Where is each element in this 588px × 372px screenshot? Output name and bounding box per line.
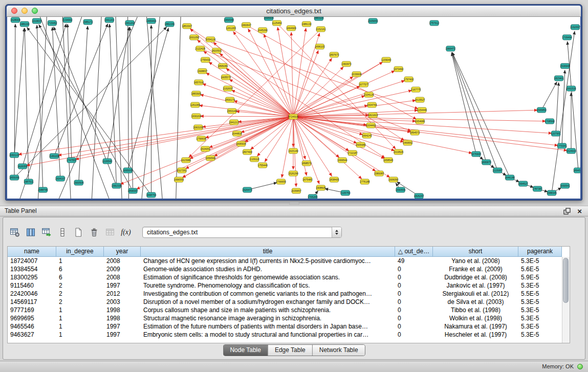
network-node[interactable]: 1883905: [191, 91, 202, 96]
network-node[interactable]: 1658545: [383, 158, 394, 163]
zoom-window-button[interactable]: [32, 8, 38, 14]
network-node[interactable]: 1664243: [362, 133, 372, 138]
network-node[interactable]: 1595850: [536, 107, 547, 113]
network-node[interactable]: 2226540: [102, 159, 113, 164]
network-node[interactable]: 1668754: [146, 192, 157, 198]
network-node[interactable]: 2152161: [316, 27, 326, 32]
network-node[interactable]: 1930204: [191, 114, 202, 119]
network-node[interactable]: 2060143: [9, 152, 19, 158]
table-row[interactable]: 977716911998Corpus callosum shape and si…: [8, 306, 562, 314]
network-node[interactable]: 1755430: [201, 57, 211, 62]
table-row[interactable]: 1872400712008Changes of HCN gene express…: [8, 257, 562, 265]
network-node[interactable]: 2192697: [223, 86, 233, 91]
network-node[interactable]: 1858397: [128, 188, 138, 193]
network-node[interactable]: 2109118: [250, 157, 259, 162]
network-view-canvas[interactable]: 8724916185330720010562122428175543019088…: [7, 17, 580, 199]
minimize-window-button[interactable]: [21, 8, 28, 14]
network-node[interactable]: 1894572: [410, 130, 420, 135]
network-node[interactable]: 1690556: [396, 187, 406, 192]
network-node[interactable]: 1677577: [359, 82, 369, 87]
network-node[interactable]: 1966472: [446, 46, 456, 51]
network-node[interactable]: 1820501: [212, 48, 222, 53]
network-node[interactable]: 1766659: [276, 179, 286, 184]
network-node[interactable]: 1626359: [17, 164, 28, 169]
network-node[interactable]: 1624934: [566, 148, 576, 154]
network-node[interactable]: 1797400: [404, 77, 414, 82]
function-builder-button[interactable]: f(x): [119, 226, 133, 239]
network-node[interactable]: 1747553: [67, 158, 77, 163]
network-node[interactable]: 2115087: [493, 168, 503, 173]
network-node[interactable]: 1853307: [182, 24, 192, 29]
table-selector-dropdown[interactable]: citations_edges.txt: [142, 227, 342, 238]
network-node[interactable]: 1897673: [329, 52, 339, 57]
network-node[interactable]: 2104124: [364, 92, 374, 97]
network-node[interactable]: 1838405: [329, 177, 339, 182]
network-node[interactable]: 1469552: [403, 140, 413, 145]
network-node[interactable]: 1906090: [388, 177, 399, 182]
network-node[interactable]: 1915140: [288, 148, 298, 154]
network-node[interactable]: 1695935: [123, 168, 133, 173]
network-node[interactable]: 1787387: [532, 186, 542, 191]
network-node[interactable]: 1996559: [174, 177, 184, 182]
float-panel-icon[interactable]: [563, 208, 571, 215]
network-node[interactable]: 1580087: [374, 171, 384, 176]
table-row[interactable]: 946554611997Estimation of the future num…: [8, 322, 562, 331]
network-node[interactable]: 1506946: [560, 63, 570, 69]
network-node[interactable]: 1615527: [415, 97, 425, 102]
network-node[interactable]: 2035857: [291, 188, 301, 193]
column-header-short[interactable]: short: [433, 247, 518, 257]
network-node[interactable]: 1582338: [112, 183, 122, 188]
network-node[interactable]: 2063155: [193, 125, 204, 130]
network-node[interactable]: 1986130: [301, 21, 312, 27]
network-hub-node[interactable]: 8724916: [288, 114, 298, 119]
network-node[interactable]: 1604107: [55, 176, 66, 181]
scrollbar-thumb[interactable]: [563, 258, 569, 303]
column-header-in_degree[interactable]: in_degree: [56, 247, 104, 257]
network-node[interactable]: 1807400: [242, 149, 252, 155]
network-node[interactable]: 1628008: [10, 17, 20, 23]
network-node[interactable]: 1991516: [566, 86, 576, 91]
import-table-button[interactable]: [40, 226, 53, 239]
network-node[interactable]: 1696103: [315, 44, 325, 49]
network-node[interactable]: 1776188: [360, 179, 370, 184]
network-node[interactable]: 1973490: [394, 67, 404, 72]
delete-table-button[interactable]: [88, 226, 101, 239]
column-header-name[interactable]: name: [8, 247, 56, 257]
new-table-button[interactable]: [72, 226, 85, 239]
network-node[interactable]: 2088796: [38, 187, 48, 192]
column-header-pagerank[interactable]: pagerank: [518, 247, 562, 257]
network-node[interactable]: 1895875: [482, 160, 492, 165]
network-node[interactable]: 2167775: [411, 87, 421, 92]
network-node[interactable]: 1908837: [198, 69, 208, 74]
network-node[interactable]: 1019637: [32, 18, 42, 24]
network-node[interactable]: 2117261: [177, 168, 187, 173]
network-node[interactable]: 1715452: [47, 20, 57, 26]
network-node[interactable]: 1261065: [190, 102, 201, 107]
network-node[interactable]: 1941217: [229, 120, 239, 125]
network-node[interactable]: 1900504: [74, 180, 84, 185]
network-node[interactable]: 1956588: [224, 17, 234, 23]
network-node[interactable]: 1908605: [316, 185, 326, 190]
network-node[interactable]: 1604764: [367, 102, 377, 107]
table-row[interactable]: 969969511998Structural magnetic resonanc…: [8, 314, 562, 322]
network-node[interactable]: 1623986: [181, 158, 191, 163]
row-selector-button[interactable]: [56, 226, 69, 239]
network-node[interactable]: 1526299: [288, 171, 298, 176]
vertical-scrollbar[interactable]: [562, 257, 570, 343]
network-node[interactable]: 1954686: [415, 119, 425, 124]
network-node[interactable]: 1505680: [356, 142, 366, 147]
network-node[interactable]: 1705265: [308, 194, 318, 199]
network-node[interactable]: 1986190: [19, 21, 30, 27]
network-node[interactable]: 1645266: [257, 28, 268, 33]
network-node[interactable]: 2088345: [547, 190, 557, 195]
network-node[interactable]: 1657016: [194, 80, 204, 85]
network-node[interactable]: 1960647: [241, 23, 251, 28]
network-node[interactable]: 1695934: [264, 17, 274, 20]
network-node[interactable]: 1676908: [471, 151, 482, 157]
network-node[interactable]: 1926473: [242, 187, 252, 192]
network-node[interactable]: 1605573: [221, 75, 231, 80]
network-node[interactable]: 1894520: [573, 168, 580, 173]
network-node[interactable]: 1709494: [562, 35, 572, 40]
network-node[interactable]: 1675483: [302, 177, 313, 182]
network-node[interactable]: 1821603: [368, 113, 378, 118]
